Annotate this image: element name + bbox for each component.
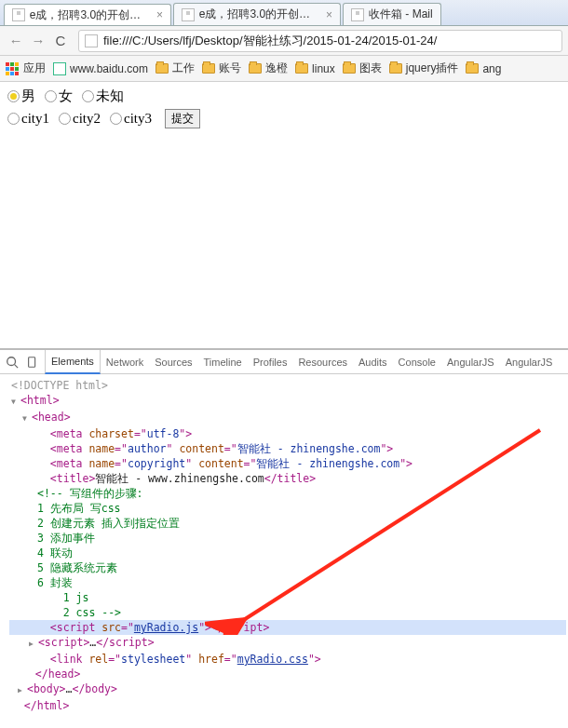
source-line: 3 添加事件 [9, 531, 566, 546]
page-icon [12, 8, 25, 21]
close-icon[interactable]: × [326, 8, 332, 21]
bookmark-folder[interactable]: linux [295, 62, 335, 75]
bookmark-label: ang [482, 62, 501, 75]
source-line: <!DOCTYPE html> [9, 378, 566, 393]
reload-button[interactable]: C [50, 31, 71, 51]
source-line: </html> [9, 698, 566, 713]
radio-label: 男 [21, 88, 35, 105]
svg-point-0 [7, 357, 16, 365]
radio-city1[interactable] [7, 113, 20, 125]
radio-female[interactable] [45, 90, 57, 102]
tab-resources[interactable]: Resources [292, 350, 353, 374]
devtools-tabs: Elements Network Sources Timeline Profil… [45, 350, 558, 374]
bookmark-folder[interactable]: 逸橙 [249, 61, 288, 76]
source-line: <meta name="copyright" content="智能社 - zh… [9, 456, 566, 471]
bookmark-folder[interactable]: jquery插件 [389, 61, 459, 76]
browser-tab[interactable]: 收件箱 - Mail [343, 3, 441, 25]
svg-rect-2 [29, 357, 35, 367]
apps-button[interactable]: 应用 [6, 61, 46, 76]
radio-label: city2 [73, 111, 101, 127]
radio-label: city1 [21, 111, 49, 127]
source-line: <body>…</body> [9, 681, 566, 698]
tab-elements[interactable]: Elements [45, 350, 101, 374]
bookmark-label: 应用 [23, 61, 46, 76]
browser-tab[interactable]: e成，招聘3.0的开创者！ × [4, 4, 171, 26]
folder-icon [295, 63, 308, 74]
source-line: <link rel="stylesheet" href="myRadio.css… [9, 652, 566, 667]
bookmark-folder[interactable]: ang [466, 62, 501, 75]
back-button[interactable]: ← [6, 31, 26, 51]
tab-label: e成，招聘3.0的开创者！ [199, 7, 318, 22]
source-line: 1 js [9, 590, 566, 605]
source-line: 2 创建元素 插入到指定位置 [9, 516, 566, 531]
inspect-icon[interactable] [4, 354, 20, 371]
close-icon[interactable]: × [156, 8, 163, 21]
browser-tab-strip: e成，招聘3.0的开创者！ × e成，招聘3.0的开创者！ × 收件箱 - Ma… [0, 0, 568, 26]
radio-label: city3 [124, 111, 152, 127]
source-line: <html> [9, 393, 566, 410]
bookmark-folder[interactable]: 图表 [343, 61, 382, 76]
page-icon [182, 8, 195, 21]
source-line: </head> [9, 667, 566, 681]
browser-tab[interactable]: e成，招聘3.0的开创者！ × [173, 3, 341, 25]
source-line: 2 css --> [9, 605, 566, 620]
folder-icon [466, 63, 479, 74]
source-line: <meta name="author" content="智能社 - zhine… [9, 441, 566, 456]
gender-row: 男 女 未知 [7, 88, 561, 105]
folder-icon [249, 63, 262, 74]
radio-label: 女 [59, 88, 73, 105]
radio-city2[interactable] [59, 113, 71, 125]
folder-icon [389, 63, 402, 74]
devtools-toolbar: Elements Network Sources Timeline Profil… [0, 350, 568, 374]
bookmark-label: linux [312, 62, 335, 75]
svg-line-1 [15, 364, 19, 368]
radio-male[interactable] [7, 90, 20, 102]
source-line: <title>智能社 - www.zhinengshe.com</title> [9, 471, 566, 486]
tab-label: 收件箱 - Mail [369, 7, 433, 22]
bookmark-label: 工作 [172, 61, 195, 76]
tab-timeline[interactable]: Timeline [198, 350, 248, 374]
source-line: <!-- 写组件的步骤: [9, 486, 566, 501]
bookmark-folder[interactable]: 工作 [156, 61, 195, 76]
apps-icon [6, 62, 19, 75]
devtools-panel: Elements Network Sources Timeline Profil… [0, 348, 568, 728]
tab-angularjs2[interactable]: AngularJS [500, 350, 559, 374]
page-icon [351, 8, 364, 21]
bookmark-label: 逸橙 [265, 61, 288, 76]
forward-button[interactable]: → [28, 31, 48, 51]
city-row: city1 city2 city3 提交 [7, 109, 561, 128]
submit-button[interactable]: 提交 [165, 109, 200, 128]
folder-icon [202, 63, 215, 74]
source-line: 5 隐藏系统元素 [9, 560, 566, 575]
source-line-highlighted: <script src="myRadio.js"></script> [9, 620, 566, 635]
bookmark-label: jquery插件 [406, 61, 459, 76]
radio-city3[interactable] [110, 113, 122, 125]
tab-profiles[interactable]: Profiles [248, 350, 293, 374]
tab-angularjs[interactable]: AngularJS [441, 350, 500, 374]
baidu-icon [53, 62, 66, 75]
tab-audits[interactable]: Audits [353, 350, 393, 374]
source-line: <meta charset="utf-8"> [9, 426, 566, 441]
tab-label: e成，招聘3.0的开创者！ [30, 7, 149, 23]
bookmark-label: www.baidu.com [70, 62, 148, 75]
source-line: <head> [9, 410, 566, 426]
source-line: 6 封装 [9, 575, 566, 590]
radio-unknown[interactable] [82, 90, 94, 102]
device-icon[interactable] [24, 354, 41, 371]
elements-source[interactable]: <!DOCTYPE html> <html> <head> <meta char… [0, 374, 568, 728]
source-line: 4 联动 [9, 546, 566, 560]
bookmark-label: 图表 [359, 61, 382, 76]
source-line: 1 先布局 写css [9, 501, 566, 516]
tab-console[interactable]: Console [393, 350, 441, 374]
page-icon [85, 34, 98, 47]
address-bar[interactable]: file:///C:/Users/lfj/Desktop/智能社练习/2015-… [78, 30, 562, 52]
source-line: <script>…</script> [9, 635, 566, 652]
page-content: 男 女 未知 city1 city2 city3 提交 [0, 82, 568, 333]
radio-label: 未知 [96, 88, 124, 105]
address-bar-row: ← → C file:///C:/Users/lfj/Desktop/智能社练习… [0, 26, 568, 56]
tab-sources[interactable]: Sources [149, 350, 197, 374]
bookmark-label: 账号 [219, 61, 241, 76]
bookmark-baidu[interactable]: www.baidu.com [53, 62, 148, 75]
bookmark-folder[interactable]: 账号 [202, 61, 241, 76]
tab-network[interactable]: Network [101, 350, 149, 374]
